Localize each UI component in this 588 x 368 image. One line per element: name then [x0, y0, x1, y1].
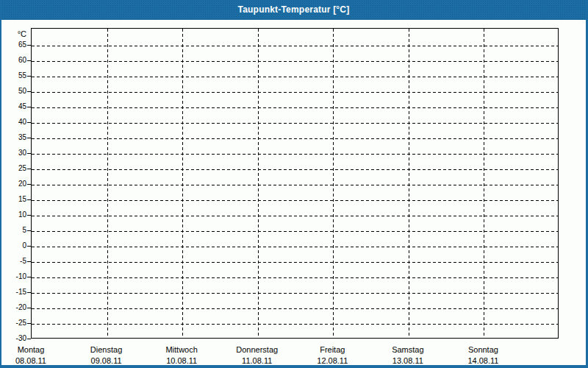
y-gridline	[32, 216, 558, 216]
y-gridline	[32, 61, 558, 62]
y-gridline	[32, 123, 558, 124]
y-tick	[27, 107, 31, 107]
x-gridline	[107, 29, 108, 338]
x-date-label: 08.08.11	[0, 356, 68, 366]
y-tick	[27, 277, 31, 277]
y-tick-label: 5	[1, 226, 26, 235]
y-tick	[27, 199, 31, 200]
y-gridline	[32, 277, 558, 278]
y-tick	[27, 45, 31, 46]
y-tick-label: 65	[1, 40, 26, 49]
y-gridline	[32, 185, 558, 185]
y-tick	[27, 308, 31, 308]
y-tick-label: 15	[1, 195, 26, 204]
x-day-label: Freitag	[295, 345, 370, 355]
x-gridline	[484, 29, 484, 338]
y-gridline	[32, 293, 558, 294]
y-tick	[27, 122, 31, 123]
x-day-label: Donnerstag	[220, 345, 295, 355]
y-tick-label: 35	[1, 133, 26, 142]
y-tick-label: 45	[1, 102, 26, 111]
x-date-label: 11.08.11	[220, 356, 295, 366]
y-gridline	[32, 262, 558, 263]
window-title: Taupunkt-Temperatur [°C]	[238, 4, 350, 15]
y-tick	[27, 339, 31, 339]
x-date-label: 09.08.11	[69, 356, 144, 366]
x-gridline	[333, 29, 334, 338]
x-date-label: 13.08.11	[370, 356, 445, 366]
y-tick-label: 30	[1, 149, 26, 158]
x-gridline	[182, 29, 183, 338]
chart-window: Taupunkt-Temperatur [°C] °C 656055504540…	[0, 0, 588, 368]
y-gridline	[32, 200, 558, 201]
y-axis-unit-label: °C	[1, 29, 26, 38]
y-tick-label: 10	[1, 210, 26, 219]
y-tick	[27, 91, 31, 92]
y-tick-label: 0	[1, 241, 26, 250]
y-tick-label: 55	[1, 71, 26, 80]
x-date-label: 14.08.11	[445, 356, 520, 366]
y-tick	[27, 138, 31, 138]
y-tick-label: 40	[1, 118, 26, 127]
y-tick	[27, 76, 31, 77]
y-tick-label: 60	[1, 56, 26, 65]
y-tick	[27, 184, 31, 185]
y-gridline	[32, 138, 558, 139]
y-tick-label: -20	[1, 303, 26, 312]
x-gridline	[409, 29, 409, 338]
y-tick-label: -15	[1, 288, 26, 297]
y-gridline	[32, 169, 558, 170]
x-day-label: Mittwoch	[144, 345, 219, 355]
y-tick-label: -30	[1, 334, 26, 343]
y-gridline	[32, 154, 558, 155]
y-tick	[27, 60, 31, 61]
x-day-label: Sonntag	[445, 345, 520, 355]
x-date-label: 10.08.11	[144, 356, 219, 366]
chart-content: °C 65605550454035302520151050-5-10-15-20…	[1, 20, 586, 365]
y-gridline	[32, 308, 558, 309]
y-tick	[27, 169, 31, 169]
x-day-label: Dienstag	[69, 345, 144, 355]
window-titlebar[interactable]: Taupunkt-Temperatur [°C]	[1, 0, 586, 20]
y-gridline	[32, 247, 558, 247]
plot-area	[31, 28, 559, 339]
y-tick-label: -10	[1, 272, 26, 281]
x-day-label: Samstag	[370, 345, 445, 355]
x-day-label: Montag	[0, 345, 68, 355]
y-tick	[27, 230, 31, 231]
y-tick-label: 50	[1, 87, 26, 96]
y-tick-label: 25	[1, 164, 26, 173]
y-gridline	[32, 77, 558, 77]
y-tick	[27, 153, 31, 154]
y-tick	[27, 215, 31, 216]
y-gridline	[32, 107, 558, 108]
y-gridline	[32, 231, 558, 232]
y-gridline	[32, 324, 558, 325]
y-tick-label: -5	[1, 257, 26, 266]
y-tick	[27, 261, 31, 262]
y-gridline	[32, 46, 558, 46]
y-gridline	[32, 92, 558, 93]
x-gridline	[258, 29, 259, 338]
y-tick	[27, 246, 31, 247]
y-tick	[27, 323, 31, 324]
y-tick	[27, 292, 31, 293]
y-tick-label: 20	[1, 180, 26, 188]
x-date-label: 12.08.11	[295, 356, 370, 366]
y-tick-label: -25	[1, 319, 26, 328]
